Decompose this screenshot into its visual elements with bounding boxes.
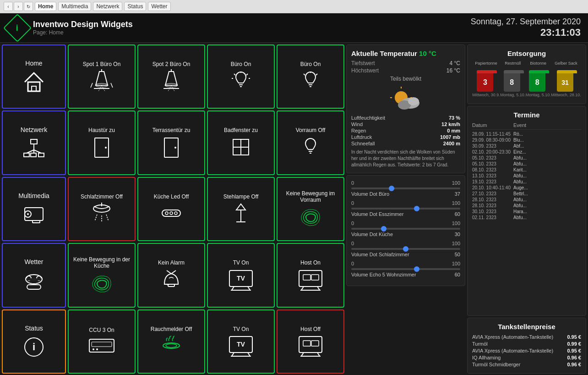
entsorgung-title: Entsorgung [472, 50, 581, 57]
widget-tv-on-2[interactable]: TV On TV [207, 309, 275, 374]
widget-host-on[interactable]: Host On [277, 243, 344, 307]
widget-kueche-led-off[interactable]: Küche Led Off [137, 177, 205, 241]
sidebar-item-status[interactable]: Status i [2, 309, 66, 374]
widget-vorraum-off[interactable]: Vorraum Off [277, 110, 344, 175]
svg-rect-95 [311, 341, 319, 346]
tv-icon-1: TV [227, 268, 255, 291]
browser-chrome: ‹ › ↻ Home Multimedia Netzwerk Status We… [0, 0, 588, 13]
termine-event-7: Abfu... [513, 173, 581, 178]
bin-restmuell-date: Montag, 5.10. [500, 93, 525, 97]
page-subtitle: Page: Home [33, 29, 133, 36]
widget-keine-bewegung-label: Keine Bewegung im Vorraum [280, 190, 341, 204]
slider-label-2: Volume Dot Küche [351, 232, 393, 237]
slider-track-0[interactable] [351, 188, 460, 189]
widget-keine-bewegung-kueche[interactable]: Keine Bewegung in der Küche [68, 243, 136, 307]
widget-ccu3-on[interactable]: CCU 3 On [68, 309, 136, 374]
bin-biotonne-label: Biotonne [530, 61, 546, 66]
widget-haustuer[interactable]: Haustür zu [68, 110, 136, 175]
widget-host-off-label: Host Off [300, 326, 321, 332]
termine-col-event-header: Event [513, 122, 581, 128]
sidebar-item-home[interactable]: Home [2, 44, 66, 109]
weather-temp: 10 °C [419, 50, 436, 57]
slider-label-3: Volume Dot Schlafzimmer [351, 252, 409, 257]
svg-rect-82 [89, 339, 114, 352]
svg-point-12 [27, 213, 29, 215]
widget-tv-on-1[interactable]: TV On TV [207, 243, 275, 307]
slider-thumb-1[interactable] [414, 206, 419, 211]
widget-rauchmelder-off[interactable]: Rauchmelder Off [137, 309, 205, 374]
slider-thumb-3[interactable] [403, 246, 408, 252]
main-content: Home Netzwerk [0, 43, 588, 375]
logo-icon: i [16, 23, 18, 33]
svg-line-61 [95, 215, 97, 221]
sidebar-item-netzwerk[interactable]: Netzwerk [2, 110, 66, 175]
weather-condition: Teils bewölkt [351, 76, 460, 82]
tank-name-3: IQ Allhaming [472, 355, 501, 360]
slider-track-1[interactable] [351, 208, 460, 210]
tab-wetter[interactable]: Wetter [148, 2, 170, 11]
tiefstwert-label: Tiefstwert [351, 60, 375, 66]
widget-badfenster-label: Badfenster zu [224, 127, 258, 133]
widget-buero-on-2[interactable]: Büro On [277, 44, 344, 109]
widget-terrassentuer[interactable]: Terrassentür zu [137, 110, 205, 175]
widget-kein-alarm[interactable]: Kein Alarm [137, 243, 205, 307]
tab-netzwerk[interactable]: Netzwerk [93, 2, 122, 11]
widget-spot2-buero-on[interactable]: Spot 2 Büro On [137, 44, 205, 109]
header-left: i Inventwo Design Widgets Page: Home [7, 18, 133, 38]
widget-schlafzimmer-off[interactable]: Schlafzimmer Off [68, 177, 136, 241]
bulb-icon-2 [299, 69, 322, 92]
tank-price-2: 0.95 € [567, 348, 581, 353]
luftdruck-label: Luftdruck [351, 134, 372, 140]
weather-description: In der Nacht verdichten sich die Wolken … [351, 149, 460, 168]
tab-home[interactable]: Home [35, 2, 56, 11]
widget-host-off[interactable]: Host Off [277, 309, 344, 374]
widget-tv-on-2-label: TV On [233, 326, 249, 332]
termine-row-4: 05.10. 2323 Abfu... [472, 155, 581, 160]
slider-thumb-4[interactable] [414, 266, 419, 272]
sidebar-item-wetter[interactable]: Wetter [2, 243, 66, 307]
slider-thumb-2[interactable] [381, 226, 387, 232]
tank-name-1: Turmöl [472, 341, 488, 347]
slider-thumb-0[interactable] [389, 186, 394, 191]
reload-button[interactable]: ↻ [24, 2, 33, 11]
widget-badfenster[interactable]: Badfenster zu [207, 110, 275, 175]
svg-rect-2 [31, 139, 37, 144]
sidebar-item-multimedia[interactable]: Multimedia [2, 177, 66, 241]
led-strip-icon [160, 202, 183, 225]
slider-min-4: 0 [351, 261, 354, 266]
nav-status-label: Status [25, 325, 43, 332]
tank-row-4: Turmöl Schmidberger 0.96 € [472, 362, 581, 367]
termine-event-13: Hara... [513, 209, 581, 214]
slider-label-1: Volume Dot Esszimmer [351, 211, 403, 217]
slider-track-2[interactable] [351, 228, 460, 230]
bulb-off-icon [299, 136, 322, 159]
spotlight-icon-1 [90, 69, 113, 92]
tab-status[interactable]: Status [124, 2, 146, 11]
termine-date-8: 19.10. 2323 [472, 179, 513, 184]
tank-name-2: AVIA Xpress (Automaten-Tankstelle) [472, 348, 553, 353]
termine-date-7: 13.10. 2323 [472, 173, 513, 178]
termine-event-2: Abf... [513, 143, 581, 149]
widget-keine-bewegung-vorraum[interactable]: Keine Bewegung im Vorraum [277, 177, 344, 241]
svg-line-91 [248, 353, 250, 356]
slider-track-3[interactable] [351, 248, 460, 250]
network-icon [22, 137, 45, 160]
slider-track-4[interactable] [351, 268, 460, 270]
tank-row-2: AVIA Xpress (Automaten-Tankstelle) 0.95 … [472, 348, 581, 353]
widget-buero-on-1[interactable]: Büro On [207, 44, 275, 109]
door-icon-2 [160, 136, 183, 159]
svg-text:TV: TV [237, 341, 245, 348]
back-button[interactable]: ‹ [4, 2, 13, 11]
tab-multimedia[interactable]: Multimedia [58, 2, 91, 11]
svg-line-40 [246, 74, 248, 75]
forward-button[interactable]: › [14, 2, 23, 11]
widget-spot1-buero-on[interactable]: Spot 1 Büro On [68, 44, 136, 109]
tiefstwert-value: 4 °C [450, 60, 460, 66]
termine-row-10: 27.10. 2323 Bettrl... [472, 191, 581, 196]
termine-row-2: 30.09. 2323 Abf... [472, 143, 581, 149]
bin-gelber-sack-number: 31 [557, 73, 573, 92]
widget-stehlampe-label: Stehlampe Off [223, 193, 259, 200]
svg-line-26 [111, 83, 113, 88]
slider-label-0: Volume Dot Büro [351, 191, 389, 197]
widget-stehlampe-off[interactable]: Stehlampe Off [207, 177, 275, 241]
